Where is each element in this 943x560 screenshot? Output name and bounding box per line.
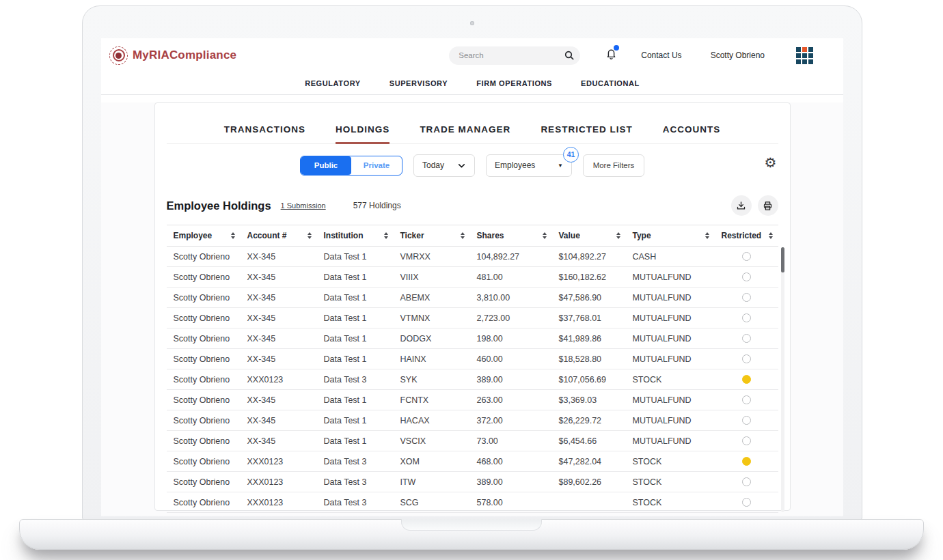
table-scrollbar[interactable]	[781, 247, 784, 272]
table-body: Scotty Obrieno XX-345 Data Test 1 VMRXX …	[167, 247, 778, 513]
cell-employee: Scotty Obrieno	[167, 498, 241, 507]
logo[interactable]: MyRIACompliance	[109, 46, 236, 65]
nav-item-supervisory[interactable]: SUPERVISORY	[390, 79, 448, 87]
cell-shares: 468.00	[470, 457, 552, 466]
search-input[interactable]	[459, 51, 564, 59]
restricted-indicator[interactable]	[742, 375, 751, 384]
submission-link[interactable]: 1 Submission	[281, 201, 326, 210]
restricted-indicator[interactable]	[742, 252, 751, 261]
app-header: MyRIACompliance	[101, 38, 843, 72]
download-button[interactable]	[731, 195, 752, 216]
cell-value: $18,528.80	[552, 354, 626, 364]
search-icon[interactable]	[564, 50, 575, 61]
restricted-indicator[interactable]	[742, 477, 751, 486]
cell-institution: Data Test 1	[317, 252, 394, 262]
cell-employee: Scotty Obrieno	[167, 375, 241, 384]
sort-icon[interactable]	[384, 232, 388, 239]
table-row[interactable]: Scotty Obrieno XX-345 Data Test 1 FCNTX …	[167, 390, 778, 410]
table-row[interactable]: Scotty Obrieno XX-345 Data Test 1 VIIIX …	[167, 267, 778, 288]
table-row[interactable]: Scotty Obrieno XXX0123 Data Test 3 SCG 5…	[167, 492, 778, 513]
cell-ticker: VSCIX	[394, 436, 470, 446]
restricted-indicator[interactable]	[742, 313, 751, 322]
restricted-indicator[interactable]	[742, 457, 751, 466]
restricted-indicator[interactable]	[742, 272, 751, 281]
contact-us-link[interactable]: Contact Us	[641, 51, 681, 60]
cell-employee: Scotty Obrieno	[167, 334, 241, 344]
cell-value: $37,768.01	[552, 313, 626, 323]
nav-item-educational[interactable]: EDUCATIONAL	[581, 79, 640, 87]
holdings-count: 577 Holdings	[353, 201, 401, 210]
table-row[interactable]: Scotty Obrieno XXX0123 Data Test 3 SYK 3…	[167, 369, 778, 390]
toggle-private[interactable]: Private	[351, 156, 402, 175]
sort-icon[interactable]	[616, 232, 620, 239]
table-row[interactable]: Scotty Obrieno XX-345 Data Test 1 VSCIX …	[167, 431, 778, 451]
cell-employee: Scotty Obrieno	[167, 252, 241, 262]
employees-dropdown[interactable]: Employees ▼ 41	[486, 154, 572, 177]
cell-institution: Data Test 1	[317, 354, 394, 364]
table-row[interactable]: Scotty Obrieno XX-345 Data Test 1 VTMNX …	[167, 308, 778, 328]
cell-institution: Data Test 1	[317, 436, 394, 446]
date-range-dropdown[interactable]: Today	[413, 154, 475, 177]
notifications-bell[interactable]	[605, 47, 618, 64]
sort-icon[interactable]	[543, 232, 547, 239]
col-ticker: Ticker	[400, 231, 424, 240]
settings-gear-icon[interactable]: ⚙	[765, 156, 777, 169]
cell-ticker: VMRXX	[394, 252, 470, 262]
toggle-public[interactable]: Public	[301, 156, 351, 175]
restricted-indicator[interactable]	[742, 334, 751, 343]
sort-icon[interactable]	[461, 232, 465, 239]
nav-item-regulatory[interactable]: REGULATORY	[305, 79, 361, 87]
cell-account: XX-345	[241, 354, 317, 364]
sort-icon[interactable]	[769, 232, 773, 239]
cell-value: $47,282.04	[552, 457, 626, 466]
cell-account: XX-345	[241, 252, 317, 262]
table-row[interactable]: Scotty Obrieno XX-345 Data Test 1 HAINX …	[167, 349, 778, 369]
app-window: MyRIACompliance	[101, 38, 843, 516]
cell-type: MUTUALFUND	[626, 416, 715, 425]
cell-employee: Scotty Obrieno	[167, 293, 241, 303]
app-grid-icon[interactable]	[796, 47, 813, 64]
tab-accounts[interactable]: ACCOUNTS	[663, 124, 721, 144]
sort-icon[interactable]	[231, 232, 235, 239]
col-type: Type	[633, 231, 651, 240]
table-row[interactable]: Scotty Obrieno XX-345 Data Test 1 ABEMX …	[167, 288, 778, 308]
col-institution: Institution	[324, 231, 364, 240]
restricted-indicator[interactable]	[742, 354, 751, 363]
sort-icon[interactable]	[705, 232, 709, 239]
restricted-indicator[interactable]	[742, 436, 751, 445]
search-bar[interactable]	[449, 46, 580, 65]
tab-holdings[interactable]: HOLDINGS	[336, 124, 390, 144]
restricted-indicator[interactable]	[742, 498, 751, 507]
table-row[interactable]: Scotty Obrieno XX-345 Data Test 1 HACAX …	[167, 410, 778, 431]
restricted-indicator[interactable]	[742, 416, 751, 425]
tab-restricted-list[interactable]: RESTRICTED LIST	[541, 124, 632, 144]
print-button[interactable]	[758, 195, 778, 216]
cell-employee: Scotty Obrieno	[167, 457, 241, 466]
cell-ticker: ITW	[394, 477, 470, 487]
nav-item-firm-operations[interactable]: FIRM OPERATIONS	[476, 79, 552, 87]
cell-account: XXX0123	[241, 375, 317, 384]
cell-employee: Scotty Obrieno	[167, 272, 241, 282]
holdings-card: TRANSACTIONS HOLDINGS TRADE MANAGER REST…	[154, 102, 791, 511]
table-header-row: Employee Account # Institution Ticker Sh…	[167, 225, 778, 247]
cell-account: XX-345	[241, 416, 317, 425]
cell-account: XXX0123	[241, 457, 317, 466]
table-row[interactable]: Scotty Obrieno XX-345 Data Test 1 VMRXX …	[167, 247, 778, 267]
cell-type: MUTUALFUND	[626, 436, 715, 446]
holdings-table: Employee Account # Institution Ticker Sh…	[167, 225, 778, 513]
tab-trade-manager[interactable]: TRADE MANAGER	[420, 124, 510, 144]
table-row[interactable]: Scotty Obrieno XX-345 Data Test 1 DODGX …	[167, 328, 778, 349]
cell-ticker: XOM	[394, 457, 470, 466]
cell-employee: Scotty Obrieno	[167, 313, 241, 323]
more-filters-button[interactable]: More Filters	[583, 154, 644, 177]
restricted-indicator[interactable]	[742, 293, 751, 302]
sort-icon[interactable]	[308, 232, 312, 239]
cell-institution: Data Test 1	[317, 334, 394, 344]
visibility-toggle: Public Private	[300, 156, 402, 176]
table-row[interactable]: Scotty Obrieno XXX0123 Data Test 3 XOM 4…	[167, 451, 778, 472]
user-menu[interactable]: Scotty Obrieno	[711, 51, 765, 60]
table-row[interactable]: Scotty Obrieno XXX0123 Data Test 3 ITW 3…	[167, 472, 778, 492]
tab-transactions[interactable]: TRANSACTIONS	[224, 124, 305, 144]
restricted-indicator[interactable]	[742, 395, 751, 404]
cell-value: $89,602.26	[552, 477, 626, 487]
